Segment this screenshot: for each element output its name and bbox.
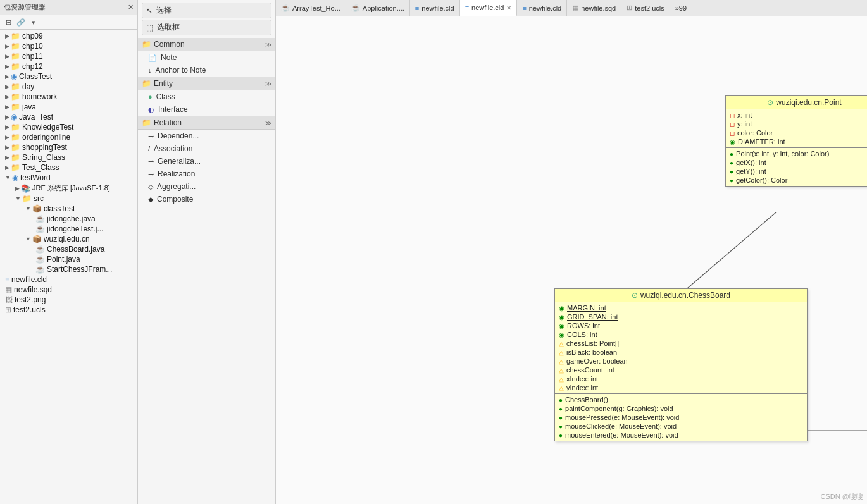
- tree-item-point[interactable]: ☕ Point.java: [0, 254, 137, 264]
- method-row: ● getColor(): Color: [730, 176, 867, 185]
- java-icon: ☕: [35, 214, 45, 223]
- collapse-all-button[interactable]: ⊟: [3, 16, 14, 28]
- tab-test2ucls[interactable]: ⊞ test2.ucls: [621, 0, 670, 16]
- palette-item-composite[interactable]: ◆ Composite: [138, 193, 275, 206]
- class-name: wuziqi.edu.cn.ChessBoard: [640, 291, 730, 300]
- tree-item-shoppingtest[interactable]: ▶ 📁 shoppingTest: [0, 142, 137, 152]
- palette-section-header-common[interactable]: 📁 Common ≫: [138, 38, 275, 51]
- tree-item-label: src: [34, 194, 44, 203]
- tree-item-test2ucls[interactable]: ⊞ test2.ucls: [0, 305, 137, 315]
- tree-item-chp11[interactable]: ▶ 📁 chp11: [0, 51, 137, 61]
- folder-icon: 📁: [11, 163, 20, 172]
- palette-item-dependency[interactable]: ⤍ Dependen...: [138, 130, 275, 142]
- palette-item-association[interactable]: / Association: [138, 142, 275, 155]
- palette-item-realization[interactable]: ⤍ Realization: [138, 168, 275, 180]
- palette-item-interface[interactable]: ◐ Interface: [138, 103, 275, 116]
- section-folder-icon: 📁: [142, 40, 151, 49]
- diagram-canvas[interactable]: ⊙ wuziqi.edu.cn.Point ◻ x: int ◻ y: int …: [276, 16, 867, 504]
- tab-label: Application....: [363, 4, 404, 12]
- uml-class-point[interactable]: ⊙ wuziqi.edu.cn.Point ◻ x: int ◻ y: int …: [725, 95, 867, 187]
- folder-icon: 📁: [11, 92, 20, 101]
- tree-item-testword[interactable]: ▼ ◉ testWord: [0, 173, 137, 183]
- tree-item-startchess[interactable]: ☕ StartChessJFram...: [0, 264, 137, 274]
- tree-item-chp12[interactable]: ▶ 📁 chp12: [0, 61, 137, 71]
- link-with-editor-button[interactable]: 🔗: [15, 16, 27, 28]
- tab-application[interactable]: ☕ Application....: [346, 0, 410, 16]
- select-tool[interactable]: ↖ 选择: [142, 3, 271, 18]
- expand-arrow: ▶: [5, 104, 9, 110]
- tree-item-jre[interactable]: ▶ 📚 JRE 系统库 [JavaSE-1.8]: [0, 183, 137, 194]
- method-name: getX(): int: [736, 159, 766, 166]
- close-icon[interactable]: ✕: [128, 3, 134, 11]
- tree-item-label: Point.java: [47, 255, 80, 264]
- tree-item-label: jidongcheTest.j...: [47, 224, 103, 233]
- tree-item-wuziqi[interactable]: ▼ 📦 wuziqi.edu.cn: [0, 234, 137, 244]
- expand-arrow: ▶: [5, 53, 9, 59]
- palette-section-header-entity[interactable]: 📁 Entity ≫: [138, 77, 275, 90]
- class-name: wuziqi.edu.cn.Point: [776, 98, 841, 107]
- palette-toolbar: ↖ 选择 ⬚ 选取框: [138, 0, 275, 38]
- tree-item-newfilecld[interactable]: ≡ newfile.cld: [0, 274, 137, 285]
- png-icon: 🖼: [5, 295, 13, 304]
- palette-item-label: Realization: [158, 169, 195, 178]
- tab-newfile1[interactable]: ≡ newfile.cld: [410, 0, 460, 16]
- tree-item-src[interactable]: ▼ 📁 src: [0, 194, 137, 204]
- tree-item-jidongche[interactable]: ☕ jidongche.java: [0, 214, 137, 224]
- tree-item-javatest[interactable]: ▶ ◉ Java_Test: [0, 112, 137, 122]
- tree-item-knowledgetest[interactable]: ▶ 📁 KnowledgeTest: [0, 122, 137, 132]
- tree-item-stringclass[interactable]: ▶ 📁 String_Class: [0, 152, 137, 163]
- field-name: yIndex: int: [566, 384, 598, 391]
- tree-item-classtest2[interactable]: ▼ 📦 classTest: [0, 204, 137, 214]
- tab-newfilesqd[interactable]: ▦ newfile.sqd: [567, 0, 621, 16]
- tree-item-day[interactable]: ▶ 📁 day: [0, 82, 137, 92]
- expand-arrow: ▶: [5, 63, 9, 70]
- palette-item-anchor[interactable]: ↓ Anchor to Note: [138, 64, 275, 77]
- field-row: ◉ MARGIN: int: [559, 304, 803, 312]
- field-name: isBlack: boolean: [566, 348, 617, 356]
- tab-newfile3[interactable]: ≡ newfile.cld: [517, 0, 567, 16]
- tree-item-label: ClassTest: [19, 72, 52, 81]
- palette-item-generalization[interactable]: ⤍ Generaliza...: [138, 155, 275, 168]
- tree-item-orderingonline[interactable]: ▶ 📁 orderingonline: [0, 132, 137, 142]
- package-icon: 📦: [32, 204, 42, 213]
- view-menu-button[interactable]: ▾: [28, 16, 39, 28]
- palette-section-relation: 📁 Relation ≫ ⤍ Dependen... / Association…: [138, 116, 275, 206]
- palette-item-class[interactable]: ● Class: [138, 90, 275, 103]
- tab-newfile2[interactable]: ≡ newfile.cld ✕: [460, 0, 518, 16]
- tree-item-chp10[interactable]: ▶ 📁 chp10: [0, 41, 137, 51]
- palette-item-aggregation[interactable]: ◇ Aggregati...: [138, 180, 275, 193]
- field-name: gameOver: boolean: [566, 357, 628, 365]
- field-row: ◉ GRID_SPAN: int: [559, 312, 803, 321]
- tab-more[interactable]: »99: [670, 0, 692, 16]
- expand-arrow: ▶: [5, 134, 9, 140]
- marquee-tool[interactable]: ⬚ 选取框: [142, 20, 271, 35]
- palette-section-header-relation[interactable]: 📁 Relation ≫: [138, 116, 275, 130]
- tree-item-chessboard[interactable]: ☕ ChessBoard.java: [0, 244, 137, 254]
- method-name: getColor(): Color: [736, 176, 787, 184]
- visibility-icon: ●: [730, 151, 733, 157]
- tree-item-label: chp12: [22, 62, 43, 71]
- tabs-bar: ☕ ArrayTest_Ho... ☕ Application.... ≡ ne…: [276, 0, 867, 16]
- palette-item-note[interactable]: 📄 Note: [138, 51, 275, 64]
- uml-class-chessboard[interactable]: ⊙ wuziqi.edu.cn.ChessBoard ◉ MARGIN: int…: [554, 288, 808, 441]
- tree-item-classtest[interactable]: ▶ ◉ ClassTest: [0, 71, 137, 82]
- tab-arraytest[interactable]: ☕ ArrayTest_Ho...: [276, 0, 346, 16]
- method-row: ● Point(x: int, y: int, color: Color): [730, 149, 867, 158]
- tree-item-jidongchetest[interactable]: ☕ jidongcheTest.j...: [0, 224, 137, 234]
- tree-item-label: wuziqi.edu.cn: [44, 235, 90, 243]
- tree-item-label: chp10: [22, 42, 43, 51]
- tree-item-newfilesqd[interactable]: ▦ newfile.sqd: [0, 285, 137, 295]
- tree-item-java[interactable]: ▶ 📁 java: [0, 102, 137, 112]
- tree-item-homework[interactable]: ▶ 📁 homework: [0, 92, 137, 102]
- expand-arrow: ▶: [5, 83, 9, 90]
- visibility-icon: ◉: [559, 314, 564, 321]
- visibility-icon: ◻: [730, 112, 735, 119]
- method-name: ChessBoard(): [565, 396, 608, 403]
- tab-icon: ☕: [281, 4, 290, 12]
- tree-item-testclass[interactable]: ▶ 📁 Test_Class: [0, 163, 137, 173]
- java-icon: ☕: [35, 245, 45, 254]
- tree-item-test2png[interactable]: 🖼 test2.png: [0, 295, 137, 305]
- method-name: Point(x: int, y: int, color: Color): [736, 150, 829, 157]
- tab-close-button[interactable]: ✕: [506, 4, 511, 11]
- tree-item-chp09[interactable]: ▶ 📁 chp09: [0, 31, 137, 41]
